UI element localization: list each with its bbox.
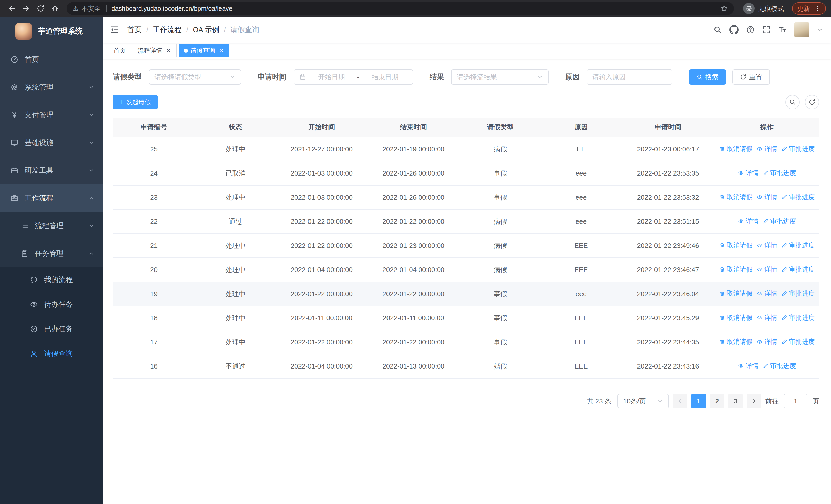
reason-input[interactable] bbox=[587, 69, 672, 85]
detail-link[interactable]: 详情 bbox=[756, 265, 777, 273]
apply-time-range-picker[interactable]: 开始日期 - 结束日期 bbox=[294, 69, 413, 85]
tab-leave-query[interactable]: 请假查询 × bbox=[179, 44, 229, 57]
detail-link[interactable]: 详情 bbox=[756, 241, 777, 249]
detail-link[interactable]: 详情 bbox=[738, 217, 758, 225]
address-bar[interactable]: ⚠ 不安全 dashboard.yudao.iocoder.cn/bpm/oa/… bbox=[67, 2, 734, 15]
leave-type-select[interactable]: 请选择请假类型 bbox=[149, 69, 241, 85]
approval-progress-link[interactable]: 审批进度 bbox=[781, 241, 814, 249]
approval-progress-link[interactable]: 审批进度 bbox=[781, 265, 814, 273]
browser-menu-icon[interactable] bbox=[814, 5, 821, 12]
cancel-leave-link[interactable]: 取消请假 bbox=[719, 193, 752, 201]
close-tab-icon[interactable]: × bbox=[165, 47, 172, 54]
next-page-button[interactable] bbox=[747, 394, 761, 408]
sidebar-item-workflow[interactable]: 工作流程 bbox=[0, 184, 103, 212]
goto-page-input[interactable] bbox=[784, 394, 807, 408]
breadcrumb-home[interactable]: 首页 bbox=[127, 25, 142, 35]
detail-link[interactable]: 详情 bbox=[756, 337, 777, 346]
cell-start-time: 2022-01-03 00:00:00 bbox=[276, 185, 367, 209]
security-warning-label[interactable]: 不安全 bbox=[82, 4, 101, 13]
browser-home-button[interactable] bbox=[48, 2, 62, 15]
sidebar-item-home[interactable]: 首页 bbox=[0, 46, 103, 73]
sidebar-item-process-mgmt[interactable]: 流程管理 bbox=[0, 212, 103, 240]
browser-refresh-button[interactable] bbox=[34, 2, 47, 15]
sidebar-item-todo-tasks[interactable]: 待办任务 bbox=[0, 292, 103, 317]
user-avatar[interactable] bbox=[794, 22, 809, 37]
sidebar-item-done-tasks[interactable]: 已办任务 bbox=[0, 317, 103, 341]
breadcrumb-separator: / bbox=[186, 26, 189, 34]
sidebar-item-devtools[interactable]: 研发工具 bbox=[0, 156, 103, 184]
pen-icon bbox=[781, 339, 787, 345]
search-button[interactable]: 搜索 bbox=[689, 69, 726, 85]
sidebar-item-my-process[interactable]: 我的流程 bbox=[0, 267, 103, 292]
cancel-leave-link[interactable]: 取消请假 bbox=[719, 265, 752, 273]
font-size-button[interactable] bbox=[778, 26, 786, 34]
page-3-button[interactable]: 3 bbox=[728, 394, 743, 408]
bookmark-star-icon[interactable] bbox=[721, 5, 728, 12]
cell-actions: 取消请假 详情 审批进度 bbox=[715, 137, 819, 161]
sidebar-collapse-button[interactable] bbox=[110, 25, 119, 34]
sidebar-item-system[interactable]: 系统管理 bbox=[0, 73, 103, 101]
cancel-leave-link[interactable]: 取消请假 bbox=[719, 145, 752, 153]
avatar-dropdown-caret-icon[interactable] bbox=[817, 27, 823, 33]
approval-progress-link[interactable]: 审批进度 bbox=[781, 145, 814, 153]
approval-progress-link[interactable]: 审批进度 bbox=[781, 337, 814, 346]
cell-status: 通过 bbox=[195, 209, 276, 234]
toggle-search-button[interactable] bbox=[785, 95, 800, 109]
page-2-button[interactable]: 2 bbox=[710, 394, 724, 408]
sidebar-item-task-mgmt[interactable]: 任务管理 bbox=[0, 240, 103, 267]
detail-link[interactable]: 详情 bbox=[756, 289, 777, 298]
cell-end-time: 2022-01-23 00:00:00 bbox=[367, 234, 460, 258]
eye-icon bbox=[756, 291, 763, 297]
cell-end-time: 2022-01-04 00:00:00 bbox=[367, 258, 460, 282]
cancel-leave-link[interactable]: 取消请假 bbox=[719, 289, 752, 298]
cancel-leave-link[interactable]: 取消请假 bbox=[719, 313, 752, 322]
refresh-table-button[interactable] bbox=[805, 95, 819, 109]
approval-progress-link[interactable]: 审批进度 bbox=[781, 289, 814, 298]
browser-back-button[interactable] bbox=[5, 2, 19, 15]
breadcrumb-workflow[interactable]: 工作流程 bbox=[153, 25, 182, 35]
browser-update-button[interactable]: 更新 bbox=[792, 2, 826, 14]
detail-link[interactable]: 详情 bbox=[756, 313, 777, 322]
approval-progress-link[interactable]: 审批进度 bbox=[763, 217, 796, 225]
page-1-button[interactable]: 1 bbox=[691, 394, 706, 408]
breadcrumb-oa[interactable]: OA 示例 bbox=[193, 25, 220, 35]
detail-link[interactable]: 详情 bbox=[738, 362, 758, 370]
sidebar-item-infra[interactable]: 基础设施 bbox=[0, 129, 103, 156]
close-tab-icon[interactable]: × bbox=[218, 47, 225, 54]
reset-button[interactable]: 重置 bbox=[733, 69, 770, 85]
cancel-leave-link[interactable]: 取消请假 bbox=[719, 241, 752, 249]
prev-page-button[interactable] bbox=[673, 394, 687, 408]
approval-progress-link[interactable]: 审批进度 bbox=[781, 193, 814, 201]
create-leave-button[interactable]: + 发起请假 bbox=[113, 95, 157, 109]
result-select[interactable]: 请选择流结果 bbox=[451, 69, 549, 85]
cell-reason: eee bbox=[541, 185, 622, 209]
browser-forward-button[interactable] bbox=[20, 2, 33, 15]
cancel-leave-link[interactable]: 取消请假 bbox=[719, 337, 752, 346]
approval-progress-link[interactable]: 审批进度 bbox=[763, 169, 796, 177]
page-size-select[interactable]: 10条/页 bbox=[618, 394, 669, 408]
help-button[interactable] bbox=[746, 26, 754, 34]
update-label[interactable]: 更新 bbox=[797, 4, 810, 13]
approval-progress-link[interactable]: 审批进度 bbox=[781, 313, 814, 322]
chevron-down-icon bbox=[88, 140, 94, 146]
tab-home[interactable]: 首页 bbox=[109, 44, 131, 57]
column-header-end: 结束时间 bbox=[367, 118, 460, 137]
cell-end-time: 2022-01-22 00:00:00 bbox=[367, 209, 460, 234]
header-search-button[interactable] bbox=[713, 26, 722, 34]
detail-link[interactable]: 详情 bbox=[756, 193, 777, 201]
tab-process-detail[interactable]: 流程详情 × bbox=[133, 44, 177, 57]
date-end-placeholder[interactable]: 结束日期 bbox=[362, 72, 407, 82]
date-start-placeholder[interactable]: 开始日期 bbox=[309, 72, 354, 82]
sidebar-item-leave-query[interactable]: 请假查询 bbox=[0, 341, 103, 366]
date-range-separator: - bbox=[357, 73, 360, 81]
detail-link[interactable]: 详情 bbox=[738, 169, 758, 177]
url-text[interactable]: dashboard.yudao.iocoder.cn/bpm/oa/leave bbox=[112, 5, 232, 12]
cell-status: 不通过 bbox=[195, 354, 276, 378]
approval-progress-link[interactable]: 审批进度 bbox=[763, 362, 796, 370]
home-icon bbox=[51, 5, 59, 12]
detail-link[interactable]: 详情 bbox=[756, 145, 777, 153]
incognito-label: 无痕模式 bbox=[758, 4, 784, 13]
sidebar-item-payment[interactable]: 支付管理 bbox=[0, 101, 103, 129]
fullscreen-button[interactable] bbox=[762, 26, 770, 34]
github-link[interactable] bbox=[729, 25, 739, 34]
